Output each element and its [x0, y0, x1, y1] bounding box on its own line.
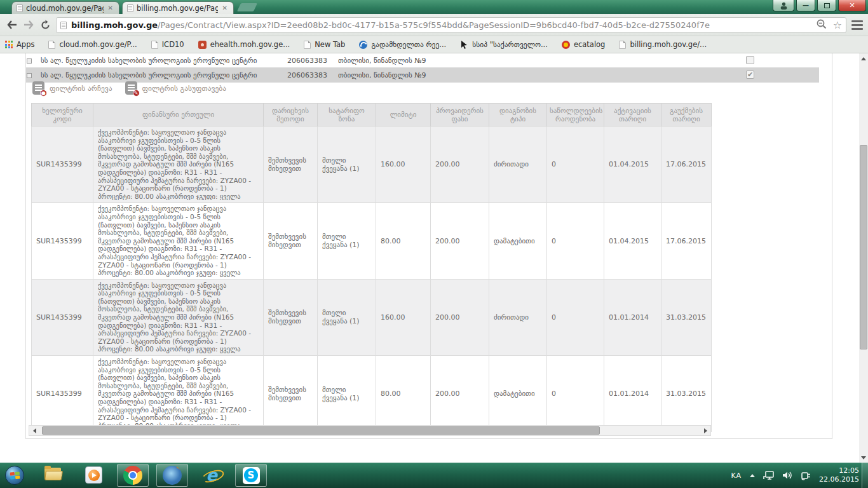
header-bed-days[interactable]: საწოლდღეების რაოდენობა [547, 104, 604, 126]
cell-activation-date: 01.04.2015 [604, 203, 661, 279]
cell-limit: 160.00 [376, 279, 431, 355]
bookmark-favicon [198, 41, 207, 49]
row-checkbox[interactable] [746, 56, 754, 64]
reload-button[interactable] [38, 18, 52, 32]
scroll-down-arrow-icon[interactable] [859, 452, 868, 463]
header-limit[interactable]: ლიმიტი [376, 104, 431, 126]
bookmark-item[interactable]: cloud.moh.gov.ge/P... [48, 40, 137, 49]
header-provider-price[interactable]: პროვაიდერის ფასი [431, 104, 489, 126]
scroll-up-arrow-icon[interactable] [859, 53, 868, 64]
organization-address: თბილისი, წინანდლის №9 [338, 57, 681, 65]
bookmark-item[interactable]: Apps [5, 40, 34, 49]
back-button[interactable] [5, 18, 19, 32]
power-icon[interactable] [801, 471, 811, 480]
skype-taskbar-button[interactable]: S [235, 464, 267, 487]
bookmark-item[interactable]: ICD10 [151, 40, 184, 49]
scroll-right-arrow-icon[interactable] [700, 426, 710, 435]
tab-billing[interactable]: billing.moh.gov.ge/Pages/ ✕ [122, 1, 234, 14]
bookmark-item[interactable]: New Tab [304, 40, 345, 49]
organization-row[interactable]: სს ალ. წყულუკიძის სახელობის უროლოგიის ერ… [26, 68, 819, 83]
bookmark-item[interactable]: სსიპ "საქართველო... [460, 40, 548, 49]
organization-name: სს ალ. წყულუკიძის სახელობის უროლოგიის ერ… [41, 71, 287, 79]
bookmark-label: გადამხდელთა რეე... [371, 40, 446, 49]
row-checkbox[interactable] [746, 71, 754, 79]
header-code[interactable]: ხელოვნური კოდი [32, 104, 93, 126]
firefox-icon [163, 466, 182, 485]
filter-choose-button[interactable]: ● ფილტრის არჩევა [32, 81, 112, 95]
browser-titlebar: cloud.moh.gov.ge/Pages/ ✕ billing.moh.go… [0, 0, 868, 14]
desktop: { "browser": { "tabs": [ { "label": "clo… [0, 0, 868, 488]
tab-close-icon[interactable]: ✕ [107, 4, 114, 12]
page-vertical-scrollbar[interactable] [859, 53, 868, 463]
network-icon[interactable] [763, 471, 774, 480]
header-financial-unit[interactable]: ფინანსური ერთეული [93, 104, 264, 126]
filter-clear-button[interactable]: ✎ ფილტრის გასუფთავება [125, 81, 227, 95]
bookmark-label: ehealth.moh.gov.ge... [210, 40, 290, 49]
profile-button[interactable] [773, 0, 794, 11]
page-icon [60, 22, 67, 29]
expand-icon[interactable] [27, 58, 32, 64]
table-horizontal-scrollbar[interactable] [29, 425, 711, 436]
hidden-icons-chevron-icon[interactable] [750, 474, 755, 477]
bookmark-favicon [304, 41, 311, 49]
scroll-left-arrow-icon[interactable] [29, 426, 39, 435]
maximize-button[interactable] [817, 0, 836, 11]
bookmark-favicon [562, 41, 570, 49]
tab-label: billing.moh.gov.ge/Pages/ [137, 4, 218, 13]
bookmark-item[interactable]: გადამხდელთა რეე... [359, 40, 446, 49]
cell-cancel-date: 17.06.2015 [661, 203, 712, 279]
table-row[interactable]: SUR1435399 ქვეკომპონენტი: საყოველთაო ჯან… [32, 203, 712, 279]
tab-cloud[interactable]: cloud.moh.gov.ge/Pages/ ✕ [11, 1, 119, 14]
header-activation-date[interactable]: აქტივაციის თარიღი [604, 104, 661, 126]
tab-favicon [17, 4, 23, 12]
filter-clear-label: ფილტრის გასუფთავება [142, 84, 227, 93]
chrome-menu-button[interactable] [850, 19, 864, 31]
cell-diagnosis-type: დამატებითი [489, 356, 547, 432]
address-bar[interactable]: billing.moh.gov.ge/Pages/Contract/View.a… [56, 17, 846, 33]
show-desktop-button[interactable] [862, 463, 868, 488]
cell-code: SUR1435399 [32, 356, 93, 432]
close-button[interactable]: ✕ [838, 0, 866, 11]
cell-accrual-method: შემთხვევის მიხედვით [264, 126, 318, 203]
language-indicator[interactable]: KA [731, 471, 742, 480]
clock-date: 22.06.2015 [819, 475, 859, 484]
vertical-scrollbar-thumb[interactable] [860, 145, 867, 349]
horizontal-scrollbar-thumb[interactable] [42, 426, 600, 435]
header-cancel-date[interactable]: გაუქმების თარიღი [661, 104, 712, 126]
bookmark-item[interactable]: ehealth.moh.gov.ge... [198, 40, 290, 49]
bookmark-label: სსიპ "საქართველო... [472, 40, 548, 49]
bookmark-label: ecatalog [574, 40, 606, 49]
zoom-icon[interactable] [817, 19, 827, 32]
url-domain: billing.moh.gov.ge [71, 20, 158, 30]
new-tab-button[interactable] [237, 3, 257, 11]
chrome-taskbar-button[interactable] [117, 464, 149, 487]
volume-icon[interactable] [782, 471, 792, 480]
minimize-button[interactable]: — [796, 0, 815, 11]
tab-favicon [127, 4, 133, 12]
header-accrual-method[interactable]: დარიცხვის მეთოდი [264, 104, 318, 126]
header-tariff-zone[interactable]: სატარიფო ზონა [318, 104, 376, 126]
organization-row[interactable]: სს ალ. წყულუკიძის სახელობის უროლოგიის ერ… [26, 53, 819, 68]
table-row[interactable]: SUR1435399 ქვეკომპონენტი: საყოველთაო ჯან… [32, 356, 712, 432]
organization-code: 206063383 [287, 57, 338, 65]
table-row[interactable]: SUR1435399 ქვეკომპონენტი: საყოველთაო ჯან… [32, 126, 712, 203]
bookmark-item[interactable]: ecatalog [562, 40, 606, 49]
taskbar-clock[interactable]: 12:05 22.06.2015 [819, 466, 859, 484]
tab-close-icon[interactable]: ✕ [221, 4, 229, 12]
internet-explorer-icon[interactable]: e [202, 466, 221, 485]
firefox-taskbar-button[interactable] [156, 464, 188, 487]
windows-explorer-icon[interactable] [44, 468, 62, 481]
organization-address: თბილისი, წინანდლის №9 [338, 71, 681, 79]
bookmark-item[interactable]: billing.moh.gov.ge/... [619, 40, 707, 49]
maximize-icon [824, 3, 830, 8]
forward-button[interactable] [22, 18, 36, 32]
cell-limit: 80.00 [376, 203, 431, 279]
bookmark-star-icon[interactable]: ☆ [833, 20, 842, 30]
bookmark-favicon [359, 41, 367, 49]
start-button[interactable] [5, 466, 24, 485]
cell-activation-date: 01.04.2015 [604, 126, 661, 203]
expand-icon[interactable] [27, 73, 32, 78]
media-player-icon[interactable] [85, 466, 102, 484]
header-diagnosis-type[interactable]: დიაგნოზის ტიპი [489, 104, 547, 126]
table-row[interactable]: SUR1435399 ქვეკომპონენტი: საყოველთაო ჯან… [32, 279, 712, 355]
